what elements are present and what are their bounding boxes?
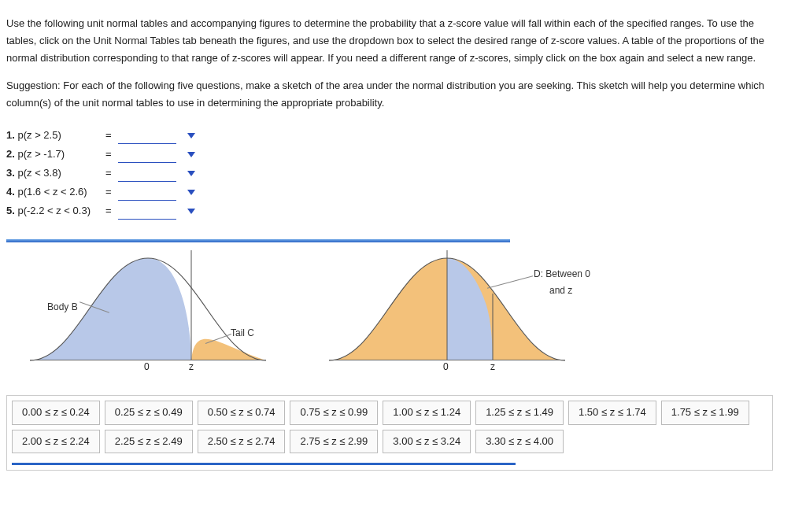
question-list: 1. p(z > 2.5) = 2. p(z > -1.7) = 3. p(z … <box>6 126 800 220</box>
q4-num: 4. <box>6 186 15 198</box>
q2-answer-input[interactable] <box>118 146 176 163</box>
ztable-tab-12[interactable]: 3.00 ≤ z ≤ 3.24 <box>383 430 471 453</box>
equals-sign: = <box>105 183 112 201</box>
q2-num: 2. <box>6 148 15 160</box>
q4-expr: p(1.6 < z < 2.6) <box>17 186 87 198</box>
table-divider <box>12 463 516 465</box>
q1-dropdown-icon[interactable] <box>187 133 195 139</box>
ztable-tab-13[interactable]: 3.30 ≤ z ≤ 4.00 <box>475 430 564 453</box>
q3-num: 3. <box>6 167 15 179</box>
q5-dropdown-icon[interactable] <box>187 209 195 214</box>
q3-expr: p(z < 3.8) <box>17 167 61 179</box>
q1-answer-input[interactable] <box>118 127 176 144</box>
q4-answer-input[interactable] <box>118 184 176 201</box>
ztable-tab-9[interactable]: 2.25 ≤ z ≤ 2.49 <box>105 430 193 453</box>
ztable-tab-6[interactable]: 1.50 ≤ z ≤ 1.74 <box>568 401 656 424</box>
intro-paragraph-2: Suggestion: For each of the following fi… <box>6 77 778 112</box>
fig1-tail-label: Tail C <box>231 325 254 341</box>
fig1-zero-label: 0 <box>144 359 150 375</box>
ztable-tab-8[interactable]: 2.00 ≤ z ≤ 2.24 <box>12 430 100 453</box>
equals-sign: = <box>105 202 112 220</box>
ztable-tab-1[interactable]: 0.25 ≤ z ≤ 0.49 <box>105 401 193 424</box>
q3-dropdown-icon[interactable] <box>187 171 195 176</box>
q1-expr: p(z > 2.5) <box>17 129 61 141</box>
intro-paragraph-1: Use the following unit normal tables and… <box>6 15 778 67</box>
q1-num: 1. <box>6 129 15 141</box>
ztable-tab-0[interactable]: 0.00 ≤ z ≤ 0.24 <box>12 401 100 424</box>
ztable-tab-11[interactable]: 2.75 ≤ z ≤ 2.99 <box>290 430 378 453</box>
ztable-tab-7[interactable]: 1.75 ≤ z ≤ 1.99 <box>661 401 749 424</box>
ztable-tab-10[interactable]: 2.50 ≤ z ≤ 2.74 <box>198 430 286 453</box>
figure-body-tail: 0 z Body B Tail C <box>30 250 266 376</box>
ztable-tab-5[interactable]: 1.25 ≤ z ≤ 1.49 <box>475 401 564 424</box>
q2-dropdown-icon[interactable] <box>187 152 195 157</box>
fig2-zero-label: 0 <box>443 359 449 375</box>
q4-dropdown-icon[interactable] <box>187 190 195 195</box>
fig1-z-label: z <box>189 359 194 375</box>
figure-between: 0 z D: Between 0 and z <box>329 250 565 376</box>
q5-num: 5. <box>6 205 15 216</box>
equals-sign: = <box>105 146 112 163</box>
equals-sign: = <box>105 164 112 182</box>
fig2-z-label: z <box>490 359 495 375</box>
equals-sign: = <box>105 127 112 144</box>
section-divider <box>6 239 510 242</box>
unit-normal-tables-panel: 0.00 ≤ z ≤ 0.240.25 ≤ z ≤ 0.490.50 ≤ z ≤… <box>6 395 773 470</box>
fig2-d-label: D: Between 0 and z <box>534 266 590 298</box>
fig1-body-label: Body B <box>47 299 78 315</box>
ztable-tab-2[interactable]: 0.50 ≤ z ≤ 0.74 <box>198 401 286 424</box>
q5-expr: p(-2.2 < z < 0.3) <box>17 205 91 216</box>
q2-expr: p(z > -1.7) <box>17 148 65 160</box>
ztable-tab-3[interactable]: 0.75 ≤ z ≤ 0.99 <box>290 401 378 424</box>
q5-answer-input[interactable] <box>118 203 176 220</box>
q3-answer-input[interactable] <box>118 165 176 182</box>
ztable-tab-4[interactable]: 1.00 ≤ z ≤ 1.24 <box>383 401 471 424</box>
